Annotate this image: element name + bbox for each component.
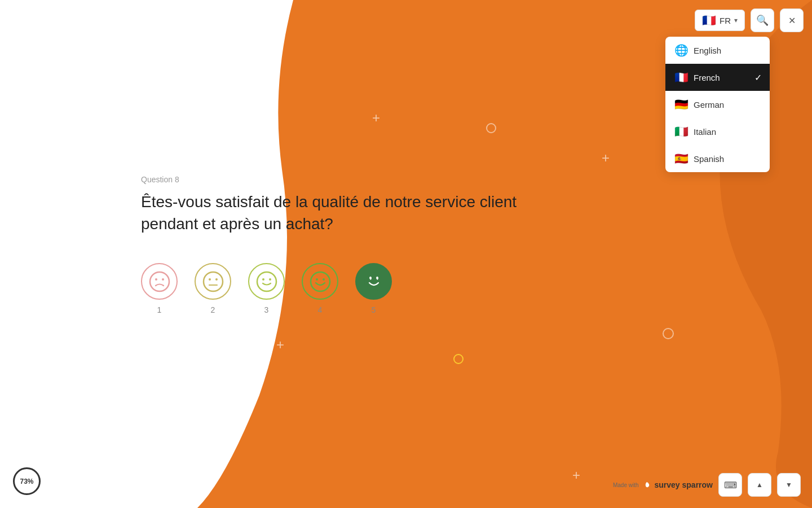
nav-down-button[interactable]: ▼ [777, 473, 801, 497]
survey-sparrow-branding: Made with survey sparrow [613, 479, 713, 491]
down-icon: ▼ [785, 481, 792, 489]
made-with-label: Made with [613, 482, 639, 488]
svg-point-0 [150, 272, 169, 291]
rating-row: 1 2 [141, 263, 536, 314]
rating-label-2: 2 [211, 305, 215, 314]
svg-point-7 [257, 272, 276, 291]
lang-option-italian[interactable]: 🇮🇹 Italian [665, 118, 770, 145]
emoji-circle-5[interactable] [355, 263, 392, 300]
rating-item-2[interactable]: 2 [195, 263, 231, 314]
emoji-circle-1[interactable] [141, 263, 178, 300]
chevron-down-icon: ▾ [734, 16, 738, 24]
svg-point-2 [162, 278, 164, 281]
german-flag-icon: 🇩🇪 [674, 98, 688, 111]
survey-content: Question 8 Êtes-vous satisfait de la qua… [141, 175, 536, 314]
english-flag-icon: 🌐 [674, 43, 688, 57]
lang-option-german[interactable]: 🇩🇪 German [665, 91, 770, 118]
bottom-bar: Made with survey sparrow ⌨ ▲ ▼ [613, 473, 801, 497]
brand-name: survey sparrow [655, 480, 713, 489]
spanish-label: Spanish [694, 154, 724, 164]
language-selector[interactable]: 🇫🇷 FR ▾ [695, 10, 745, 31]
svg-point-1 [155, 278, 157, 281]
search-icon: 🔍 [756, 14, 769, 27]
rating-item-5[interactable]: 5 [355, 263, 392, 314]
search-button[interactable]: 🔍 [751, 8, 774, 32]
english-label: English [694, 46, 721, 55]
nav-up-button[interactable]: ▲ [748, 473, 771, 497]
svg-point-3 [204, 272, 223, 291]
top-bar: 🇫🇷 FR ▾ 🔍 ✕ [695, 8, 804, 32]
progress-text: 73% [20, 478, 33, 485]
svg-point-4 [209, 278, 211, 281]
svg-point-13 [364, 272, 383, 291]
keyboard-button[interactable]: ⌨ [718, 473, 742, 497]
rating-label-5: 5 [372, 305, 376, 314]
selected-lang-code: FR [720, 16, 731, 25]
svg-point-11 [316, 278, 318, 281]
emoji-circle-2[interactable] [195, 263, 231, 300]
sparrow-logo-icon [641, 479, 652, 491]
spanish-flag-icon: 🇪🇸 [674, 152, 688, 165]
svg-point-12 [323, 278, 325, 281]
rating-item-3[interactable]: 3 [248, 263, 285, 314]
rating-label-4: 4 [318, 305, 323, 314]
question-label: Question 8 [141, 175, 536, 184]
french-label: French [694, 73, 720, 82]
up-icon: ▲ [756, 481, 763, 489]
lang-option-english[interactable]: 🌐 English [665, 37, 770, 64]
svg-point-5 [215, 278, 218, 281]
german-label: German [694, 100, 724, 110]
close-icon: ✕ [788, 15, 796, 26]
keyboard-icon: ⌨ [724, 480, 737, 491]
italian-label: Italian [694, 127, 716, 137]
italian-flag-icon: 🇮🇹 [674, 125, 688, 138]
language-dropdown: 🌐 English 🇫🇷 French ✓ 🇩🇪 German 🇮🇹 Itali… [665, 37, 770, 172]
svg-point-9 [269, 278, 271, 281]
progress-indicator: 73% [11, 466, 42, 497]
svg-point-8 [262, 278, 264, 281]
emoji-circle-3[interactable] [248, 263, 285, 300]
rating-label-3: 3 [264, 305, 269, 314]
lang-option-spanish[interactable]: 🇪🇸 Spanish [665, 145, 770, 172]
rating-item-4[interactable]: 4 [302, 263, 338, 314]
french-flag-icon: 🇫🇷 [674, 71, 688, 84]
rating-item-1[interactable]: 1 [141, 263, 178, 314]
emoji-circle-4[interactable] [302, 263, 338, 300]
selected-flag: 🇫🇷 [702, 14, 716, 27]
lang-option-french[interactable]: 🇫🇷 French ✓ [665, 64, 770, 91]
svg-point-10 [311, 272, 330, 291]
check-icon: ✓ [754, 72, 762, 83]
close-button[interactable]: ✕ [780, 8, 804, 32]
rating-label-1: 1 [157, 305, 162, 314]
question-text: Êtes-vous satisfait de la qualité de not… [141, 191, 536, 235]
